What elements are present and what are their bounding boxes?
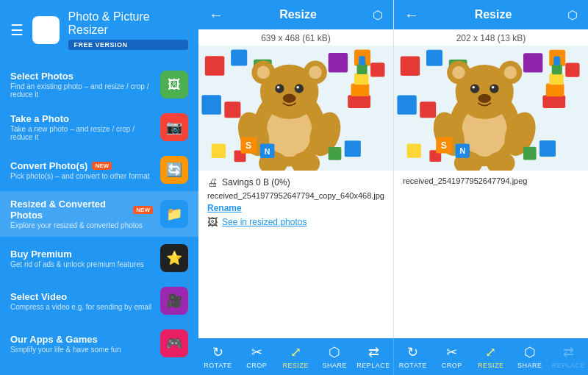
svg-rect-70	[523, 147, 537, 160]
svg-rect-71	[539, 140, 556, 157]
svg-text:S: S	[245, 140, 251, 151]
svg-point-62	[492, 86, 495, 89]
svg-point-25	[283, 94, 296, 103]
svg-rect-40	[426, 50, 442, 66]
toolbar-btn-icon-0-4: ⇄	[368, 344, 379, 360]
see-resized-row-0: 🖼See in resized photos	[207, 216, 384, 228]
photo-icon-0: 🖼	[207, 216, 218, 228]
svg-rect-12	[201, 95, 221, 115]
svg-point-60	[490, 84, 498, 93]
menu-item-label-3: Resized & Converted PhotosNEW	[10, 199, 153, 221]
svg-rect-6	[370, 63, 384, 76]
sidebar-item-1[interactable]: Take a PhotoTake a new photo – and resiz…	[0, 106, 198, 149]
see-resized-button-0[interactable]: See in resized photos	[222, 217, 306, 227]
toolbar-section-1: ↻ ROTATE ✂ CROP ⤢ RESIZE ⬡ SHARE ⇄ REPLA…	[394, 338, 589, 375]
svg-rect-32	[329, 147, 342, 160]
toolbar-btn-label-0-0: ROTATE	[204, 362, 232, 369]
menu-item-label-2: Convert Photo(s)NEW	[10, 160, 153, 171]
sidebar-item-5[interactable]: Select VideoCompress a video e.g. for se…	[0, 279, 198, 322]
svg-rect-46	[546, 84, 564, 97]
svg-point-63	[478, 94, 491, 103]
toolbar-btn-0-1[interactable]: ✂ CROP	[237, 340, 276, 374]
free-version-badge: FREE VERSION	[68, 40, 188, 50]
toolbar-btn-label-1-0: ROTATE	[399, 362, 427, 369]
app-title: Photo & Picture Resizer	[68, 10, 188, 37]
menu-item-label-1: Take a Photo	[10, 113, 153, 124]
menu-item-sublabel-0: Find an existing photo – and resize / cr…	[10, 82, 153, 99]
rename-button-0[interactable]: Rename	[207, 203, 242, 213]
toolbar-btn-icon-1-0: ↻	[407, 344, 418, 360]
toolbar-btn-label-1-4: REPLACE	[552, 362, 586, 369]
menu-icon-4: ⭐	[160, 244, 188, 272]
panel-header-0: ←Resize⬡	[198, 0, 393, 29]
toolbar-btn-label-0-4: REPLACE	[356, 362, 390, 369]
svg-text:S: S	[441, 140, 447, 151]
panel-share-button-0[interactable]: ⬡	[373, 8, 383, 22]
menu-item-label-5: Select Video	[10, 291, 153, 302]
svg-rect-1	[205, 56, 225, 75]
menu-item-sublabel-6: Simplify your life & have some fun	[10, 346, 153, 354]
toolbar-btn-0-0[interactable]: ↻ ROTATE	[198, 340, 237, 374]
panel-back-button-1[interactable]: ←	[404, 7, 419, 24]
filename-row-0: received_2541977952647794_copy_640x468.j…	[207, 191, 384, 200]
toolbar-btn-0-3[interactable]: ⬡ SHARE	[315, 340, 354, 374]
savings-row-0: 🖨Savings 0 B (0%)	[207, 176, 384, 188]
toolbar-btn-1-3[interactable]: ⬡ SHARE	[510, 340, 549, 374]
hamburger-icon[interactable]: ☰	[10, 21, 24, 39]
toolbar-btn-1-0[interactable]: ↻ ROTATE	[393, 340, 432, 374]
svg-rect-49	[553, 57, 560, 65]
svg-point-23	[277, 86, 280, 89]
svg-text:N: N	[459, 146, 465, 155]
svg-rect-4	[329, 53, 348, 73]
panels: ←Resize⬡639 x 468 (61 kB)	[198, 0, 588, 338]
app-logo: 🖼	[32, 16, 60, 44]
panel-1: ←Resize⬡202 x 148 (13 kB)	[394, 0, 588, 338]
svg-rect-10	[357, 64, 368, 74]
savings-text-0: Savings 0 B (0%)	[222, 177, 290, 188]
menu-icon-5: 🎥	[160, 287, 188, 315]
svg-point-20	[309, 66, 322, 79]
sidebar-item-6[interactable]: Our Apps & GamesSimplify your life & hav…	[0, 322, 198, 365]
panel-image-0: S N	[198, 46, 393, 171]
filename-text-1: received_2541977952647794.jpeg	[403, 176, 527, 185]
menu-item-sublabel-1: Take a new photo – and resize / crop / r…	[10, 125, 153, 141]
sidebar-item-4[interactable]: Buy PremiumGet rid of ads & unlock premi…	[0, 237, 198, 279]
filename-text-0: received_2541977952647794_copy_640x468.j…	[207, 191, 384, 200]
panel-details-0: 🖨Savings 0 B (0%)received_25419779526477…	[198, 171, 393, 338]
toolbar-btn-1-1[interactable]: ✂ CROP	[432, 340, 471, 374]
sidebar-title-block: Photo & Picture Resizer FREE VERSION	[68, 10, 188, 50]
svg-point-21	[275, 84, 284, 93]
svg-rect-50	[397, 95, 416, 114]
toolbar-btn-icon-1-4: ⇄	[563, 344, 574, 360]
menu-icon-0: 🖼	[160, 71, 188, 99]
sidebar-item-0[interactable]: Select PhotosFind an existing photo – an…	[0, 63, 198, 106]
toolbar-btn-label-0-2: RESIZE	[282, 362, 309, 369]
menu-icon-1: 📷	[160, 113, 188, 141]
toolbar-btn-icon-1-1: ✂	[446, 344, 457, 360]
svg-rect-51	[420, 101, 436, 118]
svg-point-24	[296, 86, 299, 89]
sidebar-item-2[interactable]: Convert Photo(s)NEWPick photo(s) – and c…	[0, 149, 198, 191]
svg-rect-9	[354, 73, 368, 85]
sidebar-item-3[interactable]: Resized & Converted PhotosNEWExplore you…	[0, 191, 198, 237]
bottom-toolbar: ↻ ROTATE ✂ CROP ⤢ RESIZE ⬡ SHARE ⇄ REPLA…	[198, 338, 588, 375]
svg-rect-44	[565, 63, 579, 76]
svg-point-58	[504, 66, 517, 79]
menu-item-sublabel-4: Get rid of ads & unlock premium features	[10, 260, 153, 268]
panel-back-button-0[interactable]: ←	[209, 7, 223, 24]
toolbar-btn-1-2[interactable]: ⤢ RESIZE	[471, 340, 510, 374]
toolbar-btn-label-0-1: CROP	[246, 362, 267, 369]
filename-row-1: received_2541977952647794.jpeg	[403, 176, 579, 185]
toolbar-btn-icon-0-1: ✂	[251, 344, 262, 360]
svg-rect-48	[552, 64, 562, 74]
printer-icon-0: 🖨	[207, 176, 218, 188]
panel-header-1: ←Resize⬡	[394, 0, 588, 29]
toolbar-btn-0-4[interactable]: ⇄ REPLACE	[354, 340, 393, 374]
toolbar-btn-0-2[interactable]: ⤢ RESIZE	[276, 340, 315, 374]
svg-text:N: N	[265, 147, 270, 156]
menu-item-label-0: Select Photos	[10, 71, 153, 82]
rename-row-0: Rename	[207, 203, 384, 213]
svg-rect-39	[401, 57, 420, 76]
panel-share-button-1[interactable]: ⬡	[567, 8, 578, 22]
svg-point-56	[452, 66, 465, 79]
